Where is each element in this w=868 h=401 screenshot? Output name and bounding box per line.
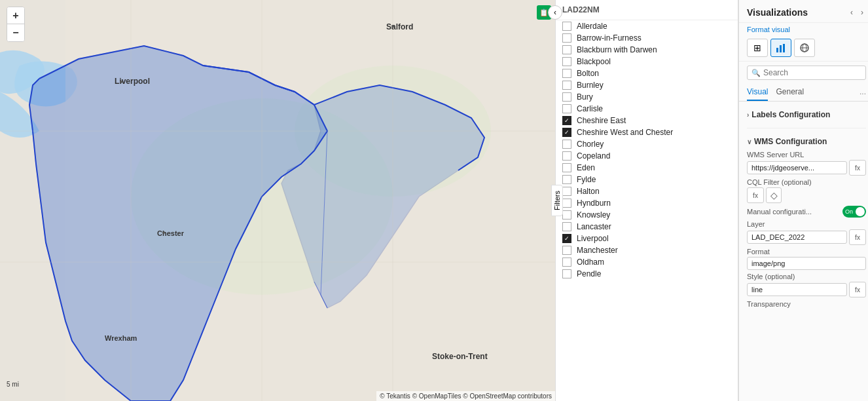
filter-checkbox[interactable] (562, 33, 571, 43)
svg-rect-19 (776, 48, 778, 52)
filter-item[interactable]: Blackpool (556, 56, 738, 67)
filter-checkbox[interactable] (562, 45, 571, 54)
filter-item[interactable]: Manchester (556, 244, 738, 256)
filter-checkbox[interactable] (562, 151, 571, 161)
wms-url-label: WMS Server URL (747, 151, 866, 159)
wms-url-fx-button[interactable]: fx (849, 160, 866, 176)
filter-item[interactable]: Chorley (556, 138, 738, 150)
filter-label: Manchester (577, 246, 618, 255)
manual-config-row: Manual configurati... On (747, 206, 866, 218)
format-input[interactable] (747, 257, 866, 270)
tab-more[interactable]: ... (859, 84, 866, 101)
wms-chevron: ∨ (747, 138, 751, 145)
wms-url-input-row: fx (747, 160, 866, 176)
filter-item[interactable]: Eden (556, 162, 738, 174)
filter-item[interactable]: Fylde (556, 174, 738, 185)
viz-title: Visualizations (747, 7, 808, 18)
layer-input-row: fx (747, 229, 866, 245)
cql-label: CQL Filter (optional) (747, 178, 866, 186)
style-input-row: fx (747, 282, 866, 297)
filter-checkbox[interactable] (562, 222, 571, 231)
svg-point-14 (120, 81, 122, 83)
filter-checkbox[interactable] (562, 81, 571, 90)
filter-checkbox[interactable] (562, 246, 571, 255)
layer-fx-button[interactable]: fx (849, 229, 866, 245)
search-input[interactable] (763, 68, 861, 77)
filter-checkbox[interactable] (562, 128, 571, 137)
filter-item[interactable]: Hyndburn (556, 197, 738, 209)
filter-item[interactable]: Liverpool (556, 233, 738, 244)
filter-checkbox[interactable] (562, 57, 571, 66)
filters-tab[interactable]: Filters (551, 185, 563, 216)
zoom-out-button[interactable]: − (7, 24, 24, 41)
filter-item[interactable]: Pendle (556, 268, 738, 280)
viz-format-label: Format visual (739, 23, 868, 36)
filter-label: Blackpool (577, 57, 611, 66)
wms-url-input[interactable] (747, 161, 847, 174)
cql-filter-field: CQL Filter (optional) fx ◇ (747, 178, 866, 203)
filter-label: Eden (577, 163, 595, 172)
wms-url-field: WMS Server URL fx (747, 151, 866, 176)
filter-checkbox[interactable] (562, 163, 571, 172)
filter-checkbox[interactable] (562, 199, 571, 208)
svg-rect-20 (780, 45, 782, 52)
filter-item[interactable]: Allerdale (556, 20, 738, 32)
table-view-button[interactable]: ⊞ (747, 39, 768, 57)
filter-checkbox[interactable] (562, 22, 571, 31)
filter-checkbox[interactable] (562, 92, 571, 102)
layer-input[interactable] (747, 231, 847, 244)
filter-item[interactable]: Halton (556, 185, 738, 197)
filter-checkbox[interactable] (562, 210, 571, 220)
filter-checkbox[interactable] (562, 175, 571, 184)
filters-collapse-button[interactable]: ‹ (548, 5, 562, 20)
viz-nav-buttons: ‹ › (848, 7, 866, 18)
transparency-label: Transparency (747, 300, 866, 308)
tab-visual[interactable]: Visual (747, 84, 768, 101)
filter-item[interactable]: Blackburn with Darwen (556, 44, 738, 56)
viz-nav-forward[interactable]: › (858, 7, 866, 18)
tab-general[interactable]: General (776, 84, 804, 101)
filter-item[interactable]: Knowsley (556, 209, 738, 221)
filter-checkbox[interactable] (562, 234, 571, 243)
style-fx-button[interactable]: fx (849, 282, 866, 297)
filter-item[interactable]: Bolton (556, 67, 738, 79)
manual-config-toggle[interactable]: On (842, 206, 866, 218)
cql-clear-button[interactable]: ◇ (766, 187, 782, 203)
filter-item[interactable]: Cheshire East (556, 115, 738, 126)
viz-search-box[interactable]: 🔍 (747, 66, 866, 80)
filter-label: Halton (577, 187, 600, 196)
filter-item[interactable]: Barrow-in-Furness (556, 32, 738, 44)
filter-checkbox[interactable] (562, 116, 571, 125)
filter-checkbox[interactable] (562, 104, 571, 113)
labels-section-header[interactable]: › Labels Configuration (747, 108, 866, 121)
filter-item[interactable]: Lancaster (556, 221, 738, 233)
filter-item[interactable]: Cheshire West and Chester (556, 126, 738, 138)
viz-nav-back[interactable]: ‹ (848, 7, 856, 18)
filter-checkbox[interactable] (562, 140, 571, 149)
zoom-in-button[interactable]: + (7, 7, 24, 24)
labels-section: › Labels Configuration (739, 105, 868, 124)
filter-checkbox[interactable] (562, 258, 571, 267)
map-view-button[interactable] (794, 39, 815, 57)
viz-header: Visualizations ‹ › (739, 0, 868, 23)
filter-checkbox[interactable] (562, 69, 571, 78)
filter-item[interactable]: Bury (556, 91, 738, 103)
filter-checkbox[interactable] (562, 187, 571, 196)
filter-list: AllerdaleBarrow-in-FurnessBlackburn with… (556, 20, 738, 401)
labels-chevron: › (747, 111, 749, 119)
map-zoom-controls[interactable]: + − (7, 7, 25, 42)
filter-label: Oldham (577, 258, 604, 267)
map-area[interactable]: Liverpool Chester Wrexham Salford Stoke-… (0, 0, 555, 401)
filter-item[interactable]: Carlisle (556, 103, 738, 115)
filter-item[interactable]: Oldham (556, 256, 738, 268)
style-input[interactable] (747, 283, 847, 296)
filter-label: Bury (577, 92, 593, 102)
chart-view-button[interactable] (770, 39, 791, 57)
cql-fx-button[interactable]: fx (747, 187, 764, 203)
filters-title: LAD22NM (556, 0, 738, 20)
viz-body: › Labels Configuration ∨ WMS Configurati… (739, 102, 868, 401)
filter-item[interactable]: Burnley (556, 79, 738, 91)
wms-section-header[interactable]: ∨ WMS Configuration (747, 135, 866, 148)
filter-item[interactable]: Copeland (556, 150, 738, 162)
filter-checkbox[interactable] (562, 269, 571, 278)
